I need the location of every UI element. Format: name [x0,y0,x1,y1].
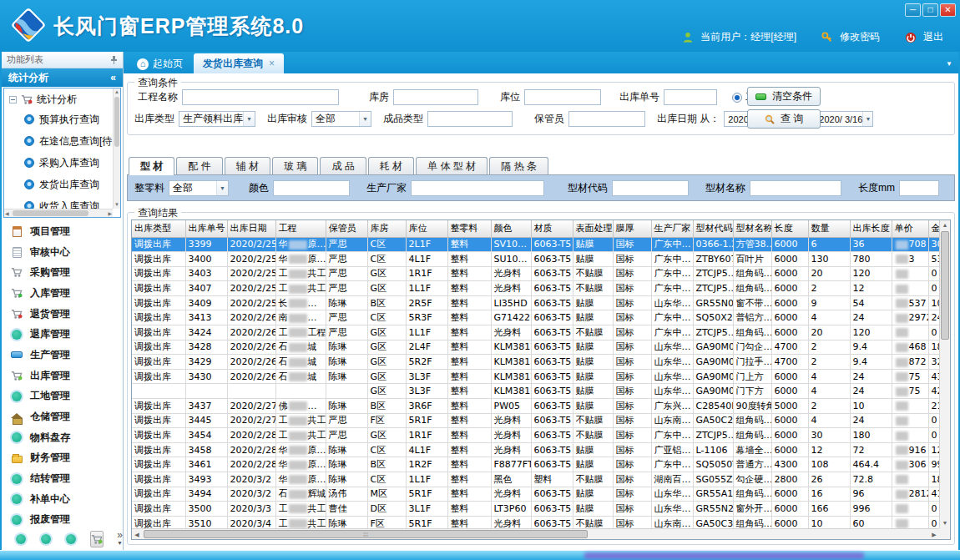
table-row[interactable]: 调拨出库34942020/3/2石辉城汤伟M区5R1F整料光身料6063-T5贴… [132,487,939,502]
sidebar-item-7[interactable]: 出库管理 [2,366,123,386]
grid-vertical-scrollbar[interactable]: ▲▼ [939,220,950,528]
table-row[interactable]: 调拨出库34542020/2/28工共工程严思G区1R1F整料光身料6063-T… [132,428,939,443]
sidebar-item-4[interactable]: 退货管理 [2,304,123,325]
tab-home[interactable]: ⌂ 起始页 [126,54,194,73]
tab-shipment-outbound-query[interactable]: 发货出库查询 × [194,53,284,73]
location-input[interactable] [524,89,601,105]
sidebar-item-9[interactable]: 仓储管理 [2,406,123,427]
audit-select[interactable]: 全部▼ [311,111,371,127]
column-header-13[interactable]: 型材代码 [693,220,733,237]
sidebar-item-5[interactable]: 退库管理 [2,324,123,345]
circle-icon[interactable] [65,533,77,545]
column-header-17[interactable]: 出库长度 [850,220,892,237]
column-header-5[interactable]: 库房 [367,220,406,237]
warehouse-input[interactable] [393,89,478,105]
column-header-15[interactable]: 长度 [771,220,808,237]
material-tab-4[interactable]: 成 品 [320,157,366,174]
length-input[interactable] [899,180,939,196]
table-row[interactable]: 调拨出库34372020/2/27佛…陈琳B区3R6F整料PW056063-T5… [132,399,939,414]
table-row[interactable]: 调拨出库34302020/2/26石城陈琳G区3L3F整料KLM38176063… [132,369,939,384]
column-header-9[interactable]: 材质 [531,220,573,237]
tree-item-2[interactable]: 采购入库查询 [4,152,113,174]
column-header-2[interactable]: 出库日期 [227,220,275,237]
product-type-input[interactable] [427,111,513,127]
column-header-8[interactable]: 颜色 [491,220,531,237]
column-header-1[interactable]: 出库单号 [185,220,227,237]
date-to-picker[interactable]: 2020/ 3/16▼ [815,111,873,127]
color-input[interactable] [273,180,350,196]
profile-name-input[interactable] [750,180,841,196]
column-header-14[interactable]: 型材名称 [733,220,771,237]
material-tab-7[interactable]: 隔 热 条 [489,157,548,174]
material-tab-0[interactable]: 型 材 [129,157,174,175]
tree-expander-icon[interactable] [9,96,17,103]
table-row[interactable]: 调拨出库35002020/3/3工共工程曹佳D区3L1F整料LT3P606063… [132,502,939,517]
column-header-18[interactable]: 单价 [892,220,928,237]
tree-vertical-scrollbar[interactable]: ▲ ▼ [113,88,120,209]
column-header-4[interactable]: 保管员 [326,220,367,237]
change-password-link[interactable]: 修改密码 [840,30,880,44]
manufacturer-input[interactable] [411,180,544,196]
material-tab-5[interactable]: 耗 材 [368,157,414,174]
close-button[interactable]: ✕ [940,3,956,17]
column-header-12[interactable]: 生产厂家 [651,220,693,237]
table-row[interactable]: G区3L3F整料KLM38176063-T5贴膜国标山东华…GA90M09…门下… [132,384,939,399]
table-row[interactable]: 调拨出库34292020/2/26石城陈琳G区5R2F整料KLM38176063… [132,355,939,370]
outbound-no-input[interactable] [664,89,717,105]
table-row[interactable]: 调拨出库33992020/2/25华原…严思C区2L1F整料SV10…6063-… [132,237,939,252]
tab-close-icon[interactable]: × [269,58,275,69]
table-row[interactable]: 调拨出库34032020/2/25工共工程严思G区1R1F整料光身料6063-T… [132,266,939,281]
maximize-button[interactable]: □ [922,3,938,17]
project-name-input[interactable] [182,89,339,105]
material-tab-6[interactable]: 单 体 型 材 [416,157,488,174]
tree-root-node[interactable]: 统计分析 [4,88,113,108]
sidebar-item-13[interactable]: 补单中心 [2,489,123,510]
column-header-3[interactable]: 工程 [275,220,326,237]
table-row[interactable]: 调拨出库34612020/2/28华原…陈琳B区1R2F整料F8877FT606… [132,457,939,472]
material-tab-1[interactable]: 配 件 [176,157,222,174]
circle-icon[interactable] [15,533,27,545]
collapse-chevron-icon[interactable]: « [110,72,116,83]
pin-icon[interactable] [109,56,118,64]
material-tab-3[interactable]: 玻 璃 [272,157,318,174]
hscroll-thumb[interactable]: ⁞⁞⁞ [144,530,588,538]
search-button[interactable]: 查 询 [747,109,821,129]
table-row[interactable]: 调拨出库34072020/2/25工共工程严思G区1L1F整料光身料6063-T… [132,281,939,296]
column-header-11[interactable]: 膜厚 [613,220,651,237]
material-tab-2[interactable]: 辅 材 [225,157,270,174]
sidebar-item-2[interactable]: 采购管理 [2,262,123,283]
table-row[interactable]: 调拨出库34282020/2/26石城陈琳G区2L4F整料KLM38176063… [132,340,939,355]
sidebar-item-11[interactable]: 财务管理 [2,448,123,469]
whole-part-select[interactable]: 全部▼ [169,180,229,196]
logout-link[interactable]: 退出 [923,30,943,44]
cart-button[interactable] [90,531,104,547]
sidebar-item-0[interactable]: 项目管理 [2,221,123,242]
column-header-16[interactable]: 数量 [808,220,850,237]
keeper-input[interactable] [568,111,645,127]
sidebar-item-3[interactable]: 入库管理 [2,283,123,304]
table-row[interactable]: 调拨出库34132020/2/26南…严思C区5R3F整料G714226063-… [132,310,939,325]
tab-list-caret-icon[interactable]: ▼ [946,60,952,68]
column-header-10[interactable]: 表面处理 [573,220,613,237]
vscroll-thumb[interactable] [941,231,949,340]
tree-horizontal-scrollbar[interactable]: ◀▶ [4,209,113,217]
sidebar-item-14[interactable]: 报废管理 [2,510,123,528]
sidebar-more-chevron[interactable]: »▼ [117,532,123,547]
column-header-19[interactable]: 金额 [928,220,939,237]
sidebar-item-1[interactable]: 审核中心 [2,242,123,263]
profile-code-input[interactable] [612,180,689,196]
tree-item-0[interactable]: 预算执行查询 [4,108,113,130]
table-row[interactable]: 调拨出库34092020/2/25长…陈琳B区2R5F整料LI35HD6063-… [132,295,939,310]
column-header-6[interactable]: 库位 [406,220,447,237]
outbound-type-select[interactable]: 生产领料出库▼ [179,111,255,127]
column-header-7[interactable]: 整零料 [447,220,491,237]
table-row[interactable]: 调拨出库34002020/2/25华原…严思C区4L1F整料SU10…6063-… [132,252,939,267]
tree-item-4[interactable]: 收货入库查询 [4,195,113,209]
grid-horizontal-scrollbar[interactable]: ◀⁞⁞⁞▶ [132,528,939,539]
sidebar-item-12[interactable]: 结转管理 [2,468,123,489]
sidebar-item-6[interactable]: 生产管理 [2,345,123,366]
circle-icon[interactable] [40,533,52,545]
sidebar-item-10[interactable]: 物料盘存 [2,427,123,448]
table-row[interactable]: 调拨出库34242020/2/26工工程严思G区1L1F整料光身料6063-T5… [132,325,939,341]
tree-item-1[interactable]: 在途信息查询[待 [4,130,113,152]
